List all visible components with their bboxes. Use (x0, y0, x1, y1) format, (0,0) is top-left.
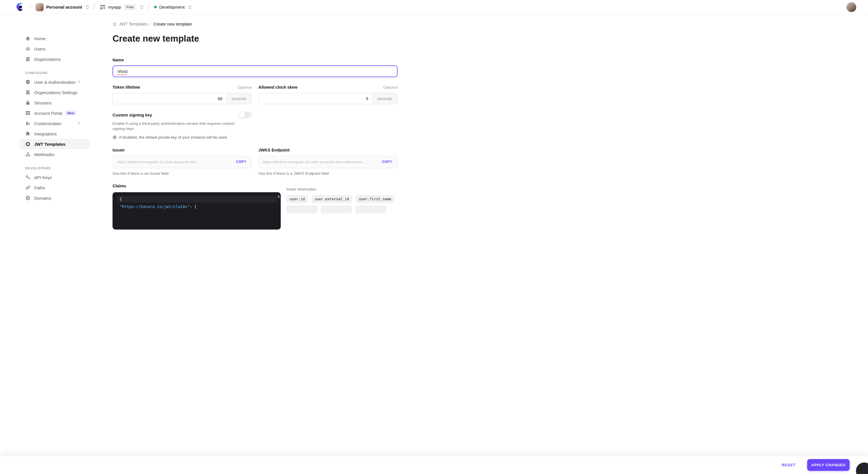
clock-skew-input[interactable] (259, 93, 372, 104)
editor-scrollbar[interactable] (278, 195, 280, 198)
portal-icon (25, 110, 30, 116)
app-name: myapp (108, 5, 121, 9)
page-title: Create new template (113, 34, 398, 44)
code-line-2: "https://hasura.io/jwt/claims": { (120, 203, 197, 210)
issuer-label: Issuer (113, 148, 252, 152)
key-icon (25, 175, 30, 180)
custom-signing-key-section: Custom signing key Enable if using a thi… (113, 112, 398, 139)
token-lifetime-unit: seconds (226, 93, 251, 104)
account-name: Personal account (46, 5, 82, 9)
issuer-input[interactable] (113, 156, 231, 168)
optional-tag: Optional (383, 85, 398, 90)
claims-label: Claims (113, 184, 281, 188)
plan-badge: Free (124, 4, 136, 10)
sidebar-heading-configure: CONFIGURE (25, 71, 98, 74)
link-icon (25, 185, 30, 190)
header-divider (147, 4, 150, 11)
application-switcher[interactable]: myapp Free (100, 4, 143, 10)
name-input[interactable]: nhost (113, 65, 398, 77)
home-icon (25, 36, 30, 41)
name-value: nhost (117, 69, 127, 74)
sidebar-item-users[interactable]: Users (20, 43, 90, 54)
jwks-field: JWKS Endpoint COPY Use this if there is … (258, 148, 398, 176)
sidebar-item-integrations[interactable]: Integrations (20, 129, 90, 139)
endpoints-row: Issuer COPY Use this if there is an Issu… (113, 148, 398, 176)
breadcrumb-parent[interactable]: JWT Templates (119, 22, 148, 26)
clock-skew-field: Allowed clock skew Optional seconds (258, 85, 398, 104)
info-icon (113, 135, 117, 139)
chevron-updown-icon (140, 5, 143, 9)
shortcode-chip[interactable] (321, 206, 352, 213)
sidebar-item-home[interactable]: Home (20, 33, 90, 43)
account-avatar (36, 3, 43, 11)
shortcode-chip[interactable]: user.id (286, 195, 308, 203)
sidebar-item-domains[interactable]: Domains (20, 193, 90, 203)
breadcrumb: JWT Templates / Create new template (113, 22, 398, 26)
jwks-copy-button[interactable]: COPY (377, 156, 397, 168)
token-lifetime-label: Token lifetime (113, 85, 140, 90)
chevron-updown-icon (188, 5, 191, 9)
chevron-right-icon (77, 80, 81, 84)
sidebar-item-user-authentication[interactable]: User & Authentication (20, 77, 90, 87)
name-section: Name nhost (113, 58, 398, 77)
lock-icon (25, 100, 30, 105)
custom-signing-key-description: Enable if using a third-party authentica… (113, 121, 236, 131)
customization-icon (25, 121, 30, 126)
issuer-field: Issuer COPY Use this if there is an Issu… (113, 148, 252, 176)
sidebar: Home Users Organizations CONFIGURE User … (0, 14, 98, 203)
jwks-input[interactable] (259, 156, 377, 168)
jwks-helper: Use this if there is a JWKS Endpoint fie… (258, 171, 398, 176)
jwks-label: JWKS Endpoint (258, 148, 398, 152)
token-settings-row: Token lifetime Optional seconds Allowed … (113, 85, 398, 104)
sidebar-item-customization[interactable]: Customization (20, 118, 90, 129)
clock-skew-label: Allowed clock skew (258, 85, 298, 90)
custom-signing-key-toggle[interactable] (239, 112, 252, 118)
jwt-templates-icon (25, 141, 30, 147)
environment-switcher[interactable]: Development (154, 5, 191, 9)
signing-key-info-row: If disabled, the default private key of … (113, 135, 398, 139)
building-icon (25, 57, 30, 62)
sidebar-item-paths[interactable]: Paths (20, 183, 90, 193)
optional-tag: Optional (237, 85, 252, 90)
chevron-right-icon (77, 121, 81, 125)
globe-icon (25, 195, 30, 200)
account-switcher[interactable]: Personal account (36, 3, 89, 11)
environment-dot-icon (154, 6, 157, 8)
building-icon (25, 90, 30, 95)
app-icon (100, 4, 105, 10)
jwt-templates-icon (113, 22, 117, 26)
sidebar-item-sessions[interactable]: Sessions (20, 98, 90, 108)
header-divider (29, 4, 32, 11)
claims-code-editor[interactable]: { "https://hasura.io/jwt/claims": { (113, 192, 281, 229)
sidebar-item-organizations-settings[interactable]: Organizations Settings (20, 87, 90, 98)
puzzle-icon (25, 131, 30, 136)
shortcodes-block: Insert shortcodes user.id user.external_… (286, 184, 398, 229)
shortcode-chip[interactable] (355, 206, 386, 213)
sidebar-item-webhooks[interactable]: Webhooks (20, 149, 90, 160)
token-lifetime-input[interactable] (113, 93, 226, 104)
code-line-1: { (117, 196, 277, 202)
users-icon (25, 46, 30, 51)
shortcode-chip[interactable] (286, 206, 317, 213)
main-content: JWT Templates / Create new template Crea… (113, 14, 398, 229)
shortcode-chip[interactable]: user.external_id (311, 195, 352, 203)
shortcodes-label: Insert shortcodes (286, 187, 398, 191)
sidebar-item-account-portal[interactable]: Account Portal New (20, 108, 90, 118)
sidebar-heading-developers: DEVELOPERS (25, 166, 98, 170)
shield-check-icon (25, 80, 30, 85)
shortcode-chip[interactable]: user.first_name (355, 195, 394, 203)
webhook-icon (25, 152, 30, 157)
signing-key-info-text: If disabled, the default private key of … (119, 135, 228, 139)
issuer-copy-button[interactable]: COPY (231, 156, 251, 168)
breadcrumb-separator: / (150, 22, 151, 26)
header-divider (93, 4, 96, 11)
sidebar-item-api-keys[interactable]: API Keys (20, 172, 90, 183)
sidebar-item-jwt-templates[interactable]: JWT Templates (20, 139, 90, 149)
issuer-helper: Use this if there is an Issuer field (113, 171, 252, 176)
name-label: Name (113, 58, 398, 62)
token-lifetime-field: Token lifetime Optional seconds (113, 85, 252, 104)
new-badge: New (65, 110, 76, 116)
sidebar-item-organizations[interactable]: Organizations (20, 54, 90, 64)
clock-skew-unit: seconds (372, 93, 397, 104)
clerk-logo[interactable] (16, 3, 25, 11)
